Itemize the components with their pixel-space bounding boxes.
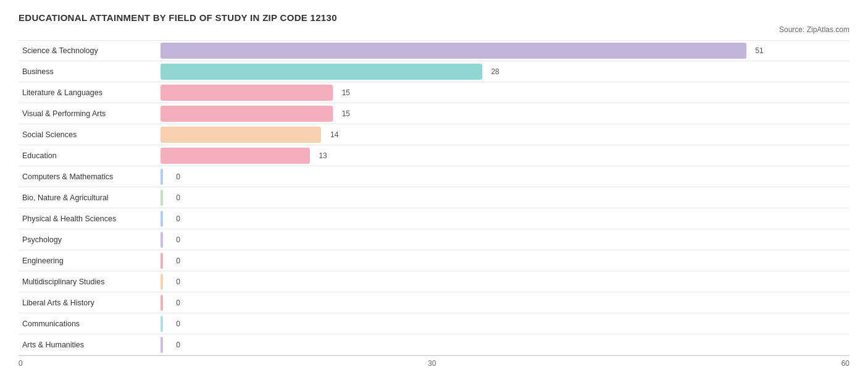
bar-value: 0 [176,299,180,307]
chart-wrapper: Science & Technology51Business28Literatu… [19,40,849,368]
bar-fill: 51 [161,43,746,59]
bar-value: 0 [176,320,180,328]
bar-row: Literature & Languages15 [19,82,849,103]
bar-track: 0 [19,208,849,229]
bar-track: 15 [19,103,849,124]
bar-value: 14 [330,130,338,139]
bar-track: 0 [19,250,849,271]
bar-fill: 0 [161,253,163,269]
x-tick-60: 60 [841,359,849,368]
bar-row: Liberal Arts & History0 [19,292,849,313]
bar-label: Psychology [19,235,62,244]
bar-row: Social Sciences14 [19,124,849,145]
bar-track: 15 [19,82,849,103]
x-tick-30: 30 [428,359,436,368]
bar-row: Physical & Health Sciences0 [19,208,849,229]
bar-track: 0 [19,334,849,355]
x-axis: 0 30 60 [19,355,849,368]
bar-label: Liberal Arts & History [19,299,94,307]
bar-fill: 13 [161,148,310,164]
x-tick-0: 0 [19,359,23,368]
bar-fill: 14 [161,127,321,143]
bar-label: Communications [19,320,80,328]
bar-label: Visual & Performing Arts [19,109,106,118]
chart-area: Science & Technology51Business28Literatu… [19,40,849,355]
source-label: Source: ZipAtlas.com [19,25,849,34]
bar-track: 13 [19,145,849,166]
bar-track: 0 [19,313,849,334]
bar-row: Science & Technology51 [19,40,849,61]
bar-label: Social Sciences [19,130,77,139]
bar-value: 15 [342,88,350,97]
bar-row: Visual & Performing Arts15 [19,103,849,124]
bar-fill: 0 [161,316,163,332]
bar-value: 0 [176,278,180,286]
bar-row: Education13 [19,145,849,166]
bar-row: Arts & Humanities0 [19,334,849,355]
bar-label: Engineering [19,256,64,265]
bar-value: 15 [342,109,350,118]
bar-value: 51 [755,46,763,55]
bar-fill: 0 [161,190,163,206]
bar-fill: 0 [161,211,163,227]
bar-row: Bio, Nature & Agricultural0 [19,187,849,208]
bar-value: 0 [176,172,180,181]
bar-track: 0 [19,271,849,292]
bar-track: 28 [19,61,849,82]
bar-row: Engineering0 [19,250,849,271]
bar-fill: 0 [161,337,163,353]
bar-value: 0 [176,193,180,202]
bar-row: Psychology0 [19,229,849,250]
bar-value: 0 [176,256,180,265]
bar-fill: 0 [161,274,163,290]
bar-track: 0 [19,229,849,250]
bar-label: Arts & Humanities [19,341,84,349]
bar-label: Education [19,151,57,160]
bar-track: 0 [19,166,849,187]
bar-fill: 28 [161,64,482,80]
bar-fill: 15 [161,85,333,101]
bar-track: 51 [19,41,849,61]
bar-value: 28 [491,67,499,76]
bar-value: 0 [176,214,180,223]
bar-fill: 0 [161,232,163,248]
bar-label: Science & Technology [19,46,98,55]
bar-track: 14 [19,124,849,145]
bar-value: 13 [319,151,327,160]
bar-label: Business [19,67,54,76]
bar-label: Bio, Nature & Agricultural [19,193,109,202]
bar-row: Communications0 [19,313,849,334]
bar-fill: 15 [161,106,333,122]
chart-title: EDUCATIONAL ATTAINMENT BY FIELD OF STUDY… [19,12,849,23]
bar-row: Computers & Mathematics0 [19,166,849,187]
bar-track: 0 [19,292,849,313]
bar-fill: 0 [161,295,163,311]
bar-label: Physical & Health Sciences [19,214,116,223]
bar-label: Multidisciplinary Studies [19,278,104,286]
bar-label: Literature & Languages [19,88,102,97]
bar-value: 0 [176,341,180,349]
bar-fill: 0 [161,169,163,185]
bar-row: Business28 [19,61,849,82]
bar-row: Multidisciplinary Studies0 [19,271,849,292]
bar-value: 0 [176,235,180,244]
bar-label: Computers & Mathematics [19,172,113,181]
bar-track: 0 [19,187,849,208]
